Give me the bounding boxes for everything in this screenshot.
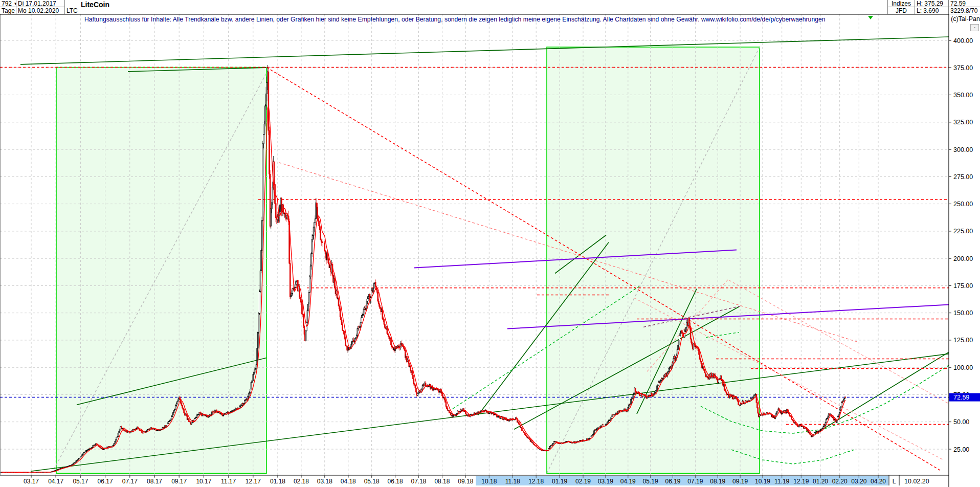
x-axis-label: 06.18 bbox=[388, 478, 403, 485]
x-axis-label: 05.19 bbox=[643, 478, 658, 485]
x-axis-label: 12.17 bbox=[246, 478, 261, 485]
y-axis-label: 250.00 bbox=[953, 201, 973, 208]
taipan-chart-window: { "header": { "bars_count": "792", "peri… bbox=[0, 0, 980, 487]
y-axis-label: 125.00 bbox=[953, 337, 973, 344]
analysis-box[interactable] bbox=[56, 68, 266, 474]
x-axis-label: 12.19 bbox=[793, 478, 809, 485]
collapse-button[interactable]: - bbox=[970, 24, 979, 31]
y-axis-label: 325.00 bbox=[953, 119, 973, 126]
y-axis-label: 25.00 bbox=[953, 446, 969, 453]
x-axis-label: 01.20 bbox=[813, 478, 828, 485]
price-marker-value: 72.59 bbox=[953, 394, 969, 401]
x-axis-label: 10.18 bbox=[481, 478, 497, 485]
x-axis-label: 03.17 bbox=[24, 478, 39, 485]
x-axis-label: 11.19 bbox=[774, 478, 789, 485]
x-axis-label: 02.18 bbox=[294, 478, 309, 485]
x-axis-label: 02.19 bbox=[575, 478, 591, 485]
y-axis-label: 50.00 bbox=[953, 418, 969, 426]
y-axis-label: 400.00 bbox=[953, 37, 973, 45]
y-axis-label: 200.00 bbox=[953, 255, 973, 262]
copyright-label: (c)Tai-Pan bbox=[951, 15, 980, 23]
y-axis-label: 175.00 bbox=[953, 282, 973, 290]
x-axis-label: 09.17 bbox=[171, 478, 187, 485]
x-axis-label: 08.19 bbox=[710, 478, 725, 485]
x-axis-label: 05.17 bbox=[73, 478, 88, 485]
x-axis-label: 07.18 bbox=[411, 478, 427, 485]
y-axis-label: 300.00 bbox=[953, 146, 973, 153]
disclaimer-text: Haftungsausschluss für Inhalte: Alle Tre… bbox=[84, 16, 826, 23]
x-axis-label: 02.20 bbox=[832, 478, 848, 485]
x-axis-label: 07.17 bbox=[122, 478, 138, 485]
y-axis-label: 375.00 bbox=[953, 64, 973, 72]
y-axis-label: 225.00 bbox=[953, 228, 973, 235]
x-axis-label: 01.19 bbox=[552, 478, 567, 485]
x-axis-label: 08.18 bbox=[434, 478, 450, 485]
x-axis-label: 03.19 bbox=[598, 478, 613, 485]
x-axis-label: 08.17 bbox=[147, 478, 162, 485]
status-last-marker: L bbox=[893, 478, 896, 485]
x-axis-label: 06.19 bbox=[665, 478, 680, 485]
x-axis-label: 09.18 bbox=[458, 478, 473, 485]
x-axis-label: 04.18 bbox=[341, 478, 356, 485]
x-axis-label: 01.18 bbox=[270, 478, 285, 485]
y-axis-label: 350.00 bbox=[953, 92, 973, 99]
x-axis-label: 11.17 bbox=[221, 478, 236, 485]
x-axis-label: 09.19 bbox=[732, 478, 748, 485]
y-axis-label: 100.00 bbox=[953, 364, 973, 371]
x-axis-label: 07.19 bbox=[687, 478, 703, 485]
x-axis-label: 04.20 bbox=[871, 478, 886, 485]
x-axis-label: 10.19 bbox=[755, 478, 770, 485]
x-axis-label: 03.18 bbox=[317, 478, 332, 485]
x-axis-label: 05.18 bbox=[364, 478, 380, 485]
x-axis-label: 11.18 bbox=[505, 478, 520, 485]
y-axis-label: 275.00 bbox=[953, 173, 973, 181]
x-axis-label: 04.19 bbox=[620, 478, 636, 485]
x-axis-label: 10.17 bbox=[196, 478, 211, 485]
x-axis-label: 04.17 bbox=[48, 478, 63, 485]
status-last-date: 10.02.20 bbox=[904, 478, 929, 485]
y-axis-label: 150.00 bbox=[953, 309, 973, 317]
x-axis-label: 06.17 bbox=[98, 478, 113, 485]
x-axis-label: 03.20 bbox=[851, 478, 866, 485]
x-axis-label: 12.18 bbox=[528, 478, 544, 485]
